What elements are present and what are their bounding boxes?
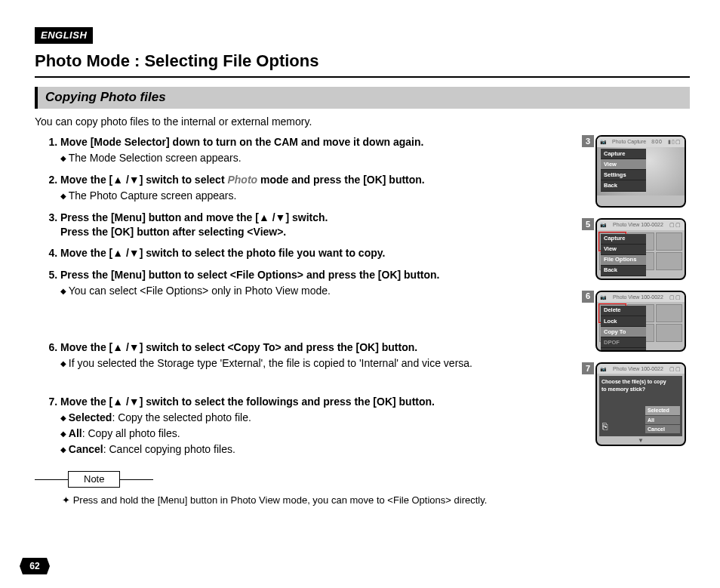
section-subtitle: Copying Photo files — [35, 87, 690, 109]
screenshots-column: 3 📷 Photo Capture 800 ▮▯▢ Capture View S… — [595, 135, 690, 506]
step-7-sub-selected: Selected: Copy the selected photo file. — [60, 411, 583, 425]
screen-6-badge: 6 — [582, 291, 594, 303]
thumbnail[interactable] — [656, 324, 682, 342]
scroll-down-icon: ▼ — [597, 439, 685, 445]
camera-icon: 📷 — [600, 365, 607, 372]
menu-view[interactable]: View — [601, 159, 646, 170]
battery-icon: ▢▢ — [669, 365, 682, 372]
step-2-sub: The Photo Capture screen appears. — [60, 189, 583, 203]
screen-5-title: Photo View 100-0022 — [613, 221, 663, 228]
screen-5-wrap: 5 📷 Photo View 100-0022 ▢▢ — [595, 218, 690, 279]
screen-3-title: Photo Capture — [612, 138, 646, 145]
menu-capture[interactable]: Capture — [601, 149, 646, 159]
battery-icon: ▢▢ — [669, 294, 682, 300]
step-1: Move [Mode Selector] down to turn on the… — [60, 135, 583, 165]
step-1-sub: The Mode Selection screen appears. — [60, 151, 583, 165]
language-badge: ENGLISH — [35, 27, 93, 44]
screen-7: 📷 Photo View 100-0022 ▢▢ Choose the file… — [595, 362, 686, 446]
step-6-pre: Move the [ — [60, 341, 112, 353]
screen-6-title: Photo View 100-0022 — [613, 294, 663, 300]
updown-icon: ▲ /▼ — [112, 341, 140, 353]
intro-text: You can copy photo files to the internal… — [35, 115, 690, 129]
screen-5-badge: 5 — [582, 218, 594, 230]
step-2-mid: ] switch to select — [140, 174, 228, 186]
step-2: Move the [▲ /▼] switch to select Photo m… — [60, 173, 583, 203]
updown-icon: ▲ /▼ — [112, 247, 140, 259]
option-cancel[interactable]: Cancel — [645, 425, 680, 433]
screen-7-wrap: 7 📷 Photo View 100-0022 ▢▢ Choose the fi… — [595, 362, 690, 446]
step-6: Move the [▲ /▼] switch to select <Copy T… — [60, 340, 583, 387]
copy-prompt: Choose the file(s) to copy to memory sti… — [599, 376, 682, 436]
menu-lock[interactable]: Lock — [601, 316, 646, 327]
step-5: Press the [Menu] button to select <File … — [60, 268, 583, 333]
menu-capture[interactable]: Capture — [601, 234, 646, 245]
menu-dpof: DPOF — [601, 337, 646, 348]
updown-icon: ▲ /▼ — [112, 174, 140, 186]
screen-7-badge: 7 — [582, 362, 594, 374]
step-2-post: mode and press the [OK] button. — [257, 174, 425, 186]
option-all[interactable]: All — [645, 416, 680, 424]
camera-icon: 📷 — [600, 138, 607, 145]
menu-back[interactable]: Back — [601, 266, 646, 276]
thumbnail[interactable] — [656, 252, 682, 270]
menu-back[interactable]: Back — [601, 180, 646, 191]
option-selected[interactable]: Selected — [645, 406, 680, 414]
step-2-italic: Photo — [227, 174, 257, 186]
menu-copy-to[interactable]: Copy To — [601, 327, 646, 337]
thumbnail[interactable] — [656, 232, 682, 251]
menu-settings[interactable]: Settings — [601, 170, 646, 180]
step-2-pre: Move the [ — [60, 174, 112, 186]
step-4-post: ] switch to select the photo file you wa… — [140, 247, 386, 259]
step-7: Move the [▲ /▼] switch to select the fol… — [60, 395, 583, 457]
prompt-line-1: Choose the file(s) to copy — [602, 378, 680, 385]
step-4: Move the [▲ /▼] switch to select the pho… — [60, 246, 583, 260]
menu-file-options[interactable]: File Options — [601, 255, 646, 266]
screen-3: 📷 Photo Capture 800 ▮▯▢ Capture View Set… — [595, 135, 686, 208]
step-7-sub-cancel: Cancel: Cancel copying photo files. — [60, 442, 583, 457]
instructions-column: Move [Mode Selector] down to turn on the… — [35, 135, 583, 506]
step-3: Press the [Menu] button and move the [▲ … — [60, 211, 583, 239]
note-text: Press and hold the [Menu] button in Phot… — [62, 494, 583, 507]
updown-icon: ▲ /▼ — [112, 396, 140, 408]
camera-icon: 📷 — [600, 221, 607, 228]
step-6-sub: If you selected the Storage type 'Extern… — [60, 356, 583, 371]
screen-5: 📷 Photo View 100-0022 ▢▢ — [595, 218, 686, 279]
camera-icon: 📷 — [600, 294, 607, 300]
menu-delete[interactable]: Delete — [601, 306, 646, 316]
step-3-l1-post: ] switch. — [285, 211, 328, 223]
step-5-sub: You can select <File Options> only in Ph… — [60, 284, 583, 298]
page-number-badge: 62 — [20, 558, 50, 574]
prompt-line-2: to memory stick? — [602, 386, 680, 393]
updown-icon: ▲ /▼ — [259, 211, 286, 223]
step-1-text: Move [Mode Selector] down to turn on the… — [60, 136, 423, 148]
battery-icon: ▢▢ — [669, 221, 682, 228]
copy-icon: ⎘ — [602, 420, 608, 433]
battery-icon: ▮▯▢ — [668, 138, 682, 145]
screen-6-wrap: 6 📷 Photo View 100-0022 ▢▢ — [595, 291, 690, 352]
step-7-post: ] switch to select the followings and pr… — [140, 396, 435, 408]
note-heading: Note — [35, 471, 583, 488]
menu-back[interactable]: Back — [601, 348, 646, 352]
thumbnail[interactable] — [656, 304, 682, 322]
page-title: Photo Mode : Selecting File Options — [35, 50, 690, 79]
step-4-pre: Move the [ — [60, 247, 112, 259]
screen-7-title: Photo View 100-0022 — [613, 365, 663, 372]
note-label: Note — [68, 471, 120, 488]
step-7-sub-all: All: Copy all photo files. — [60, 426, 583, 441]
step-5-text: Press the [Menu] button to select <File … — [60, 269, 439, 281]
screen-6: 📷 Photo View 100-0022 ▢▢ — [595, 291, 686, 352]
menu-view[interactable]: View — [601, 245, 646, 255]
step-3-l1-pre: Press the [Menu] button and move the [ — [60, 211, 259, 223]
screen-3-wrap: 3 📷 Photo Capture 800 ▮▯▢ Capture View S… — [595, 135, 690, 208]
step-7-pre: Move the [ — [60, 396, 112, 408]
screen-3-badge: 3 — [582, 135, 594, 147]
step-6-post: ] switch to select <Copy To> and press t… — [140, 341, 417, 353]
step-3-l2: Press the [OK] button after selecting <V… — [60, 226, 286, 238]
screen-3-info: 800 — [651, 138, 663, 145]
